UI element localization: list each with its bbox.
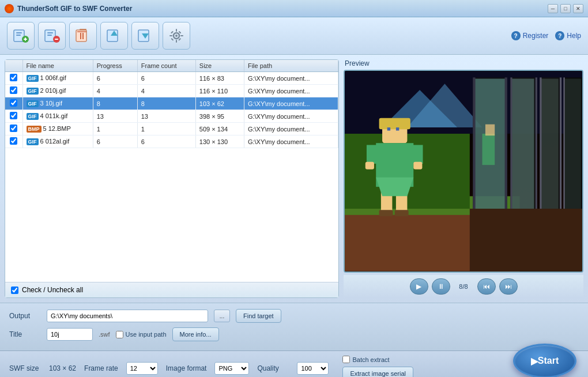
row-framecount: 1 [137, 123, 195, 135]
play-icon: ▶ [416, 282, 421, 291]
move-down-button[interactable] [131, 22, 159, 50]
frame-rate-select[interactable]: 12 15 24 30 [126, 362, 158, 375]
swf-size-value: 103 × 62 [49, 364, 76, 372]
last-icon: ⏭ [505, 282, 512, 291]
svg-rect-29 [171, 38, 174, 41]
table-row[interactable]: GIF 3 10j.gif 8 8 103 × 62 G:\XY\my docu… [5, 97, 338, 110]
file-tag: GIF [27, 75, 39, 82]
row-framecount: 6 [137, 72, 195, 85]
col-filename: File name [22, 60, 93, 72]
settings-icon [168, 28, 184, 44]
delete-files-button[interactable] [69, 22, 97, 50]
use-input-path-label[interactable]: Use input path [116, 331, 167, 338]
start-button[interactable]: ▶ Start [513, 344, 576, 377]
file-panel: File name Progress Frame count Size File… [5, 59, 339, 298]
row-filename: GIF 1 006f.gif [22, 72, 93, 85]
last-frame-button[interactable]: ⏭ [499, 278, 518, 295]
minimize-button[interactable]: ─ [548, 4, 558, 13]
row-progress: 13 [93, 110, 137, 123]
add-files-button[interactable] [7, 22, 35, 50]
row-checkbox[interactable] [10, 125, 17, 132]
restore-button[interactable]: □ [560, 4, 571, 13]
file-tag: GIF [27, 100, 39, 107]
row-filename: GIF 6 012al.gif [22, 135, 93, 148]
row-checkbox[interactable] [10, 86, 17, 94]
preview-panel: Preview [344, 59, 583, 298]
row-checkbox-cell [5, 123, 22, 135]
table-row[interactable]: GIF 6 012al.gif 6 6 130 × 130 G:\XY\my d… [5, 135, 338, 148]
main-content: File name Progress Frame count Size File… [0, 55, 588, 303]
svg-rect-12 [80, 29, 86, 31]
check-all-bar: Check / Uncheck all [5, 282, 338, 297]
row-progress: 6 [93, 72, 137, 85]
settings-button[interactable] [163, 22, 190, 50]
row-filepath: G:\XY\my document... [244, 135, 338, 148]
row-checkbox[interactable] [10, 99, 17, 107]
title-label: Title [9, 330, 41, 338]
first-frame-button[interactable]: ⏮ [477, 278, 496, 295]
play-button[interactable]: ▶ [410, 278, 428, 295]
title-input[interactable] [47, 328, 93, 341]
svg-rect-26 [171, 31, 174, 34]
row-framecount: 8 [137, 97, 195, 110]
svg-rect-68 [485, 125, 495, 136]
svg-rect-43 [412, 145, 423, 164]
file-tag: GIF [27, 138, 39, 145]
svg-rect-5 [25, 37, 26, 41]
row-checkbox[interactable] [10, 74, 17, 81]
col-check [5, 60, 22, 72]
find-target-button[interactable]: Find target [236, 309, 281, 323]
svg-rect-25 [180, 35, 183, 36]
table-row[interactable]: GIF 4 011k.gif 13 13 398 × 95 G:\XY\my d… [5, 110, 338, 123]
start-icon: ▶ [531, 356, 538, 367]
row-size: 130 × 130 [195, 135, 244, 148]
batch-extract-label[interactable]: Batch extract [342, 356, 413, 363]
close-button[interactable]: ✕ [573, 4, 583, 13]
table-row[interactable]: GIF 1 006f.gif 6 6 116 × 83 G:\XY\my doc… [5, 72, 338, 85]
check-all-checkbox[interactable] [11, 286, 18, 294]
row-progress: 6 [93, 135, 137, 148]
svg-rect-40 [396, 127, 399, 130]
image-format-select[interactable]: PNG JPEG [214, 362, 249, 375]
row-checkbox-cell [5, 135, 22, 148]
batch-extract-checkbox[interactable] [342, 356, 350, 363]
register-icon: ? [511, 31, 521, 40]
pause-button[interactable]: ⏸ [432, 278, 450, 295]
row-checkbox[interactable] [10, 137, 17, 145]
extract-serial-button[interactable]: Extract image serial [342, 367, 413, 377]
preview-controls: ▶ ⏸ 8/8 ⏮ ⏭ [344, 275, 583, 298]
remove-files-icon [44, 28, 60, 44]
more-info-button[interactable]: More info... [172, 327, 219, 341]
first-icon: ⏮ [483, 282, 490, 291]
table-row[interactable]: BMP 5 12.BMP 1 1 509 × 134 G:\XY\my docu… [5, 123, 338, 135]
preview-label: Preview [344, 59, 583, 67]
swf-size-label: SWF size [9, 364, 41, 372]
use-input-path-checkbox[interactable] [116, 331, 123, 338]
toolbar: ? Register ? Help [0, 17, 588, 55]
row-checkbox-cell [5, 110, 22, 123]
bottom-area: SWF size 103 × 62 Frame rate 12 15 24 30… [0, 350, 588, 377]
move-up-button[interactable] [100, 22, 128, 50]
swf-extension-label: .swf [99, 331, 110, 338]
help-label: Help [567, 32, 581, 40]
frame-rate-label: Frame rate [84, 364, 118, 372]
file-tag: GIF [27, 88, 39, 95]
row-checkbox[interactable] [10, 112, 17, 119]
quality-select[interactable]: 100 90 80 [297, 362, 329, 375]
register-link[interactable]: ? Register [511, 31, 549, 40]
output-path-input[interactable] [47, 310, 208, 322]
delete-files-icon [75, 28, 91, 44]
help-link[interactable]: ? Help [555, 31, 581, 40]
row-size: 116 × 83 [195, 72, 244, 85]
preview-area [344, 70, 583, 273]
titlebar: ThunderSoft GIF to SWF Converter ─ □ ✕ [0, 0, 588, 17]
row-filename: BMP 5 12.BMP [22, 123, 93, 135]
table-row[interactable]: GIF 2 010j.gif 4 4 116 × 110 G:\XY\my do… [5, 85, 338, 97]
browse-button[interactable]: ... [214, 310, 230, 322]
row-size: 398 × 95 [195, 110, 244, 123]
register-label: Register [523, 32, 549, 40]
quality-label: Quality [257, 364, 289, 372]
svg-rect-66 [470, 209, 582, 271]
svg-rect-23 [176, 40, 177, 43]
remove-files-button[interactable] [38, 22, 66, 50]
